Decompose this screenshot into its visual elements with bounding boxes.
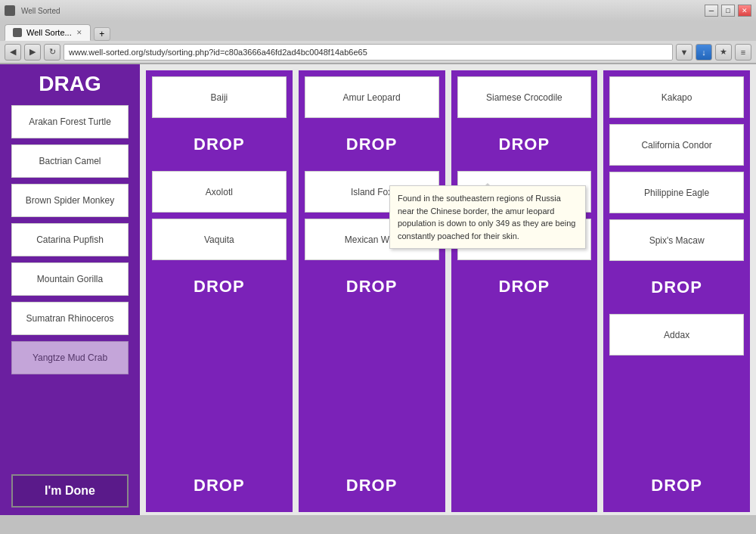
other-tab-1: Well Sorted <box>21 7 60 15</box>
tab-favicon <box>13 28 22 37</box>
address-bar: ◀ ▶ ↻ ▼ ↓ ★ ≡ <box>0 41 756 64</box>
columns-wrapper: Baiji DROP Axolotl Vaquita DROP DROP Amu… <box>140 64 756 515</box>
forward-button[interactable]: ▶ <box>24 44 41 61</box>
drop-zone-col3-2[interactable]: DROP <box>457 266 592 307</box>
content-area: DRAG Arakan Forest Turtle Bactrian Camel… <box>0 64 756 515</box>
card-baiji[interactable]: Baiji <box>152 76 287 118</box>
maximize-button[interactable]: □ <box>721 5 735 17</box>
column-4: Kakapo California Condor Philippine Eagl… <box>603 70 750 512</box>
sidebar: DRAG Arakan Forest Turtle Bactrian Camel… <box>0 64 140 515</box>
column-1: Baiji DROP Axolotl Vaquita DROP DROP <box>146 70 293 512</box>
drag-item-mountain-gorilla[interactable]: Mountain Gorilla <box>11 262 129 296</box>
card-vaquita[interactable]: Vaquita <box>152 219 287 260</box>
card-philippine-eagle[interactable]: Philippine Eagle <box>609 172 744 213</box>
card-addax[interactable]: Addax <box>609 314 744 355</box>
drag-label: DRAG <box>39 72 101 96</box>
browser-chrome: Well Sorted ─ □ ✕ Well Sorte... ✕ + ◀ ▶ … <box>0 0 756 64</box>
tab-close-icon[interactable]: ✕ <box>76 29 82 36</box>
column-2: Amur Leopard DROP Island Fox Mexican Wol… <box>299 70 445 512</box>
drag-item-brown-spider[interactable]: Brown Spider Monkey <box>11 184 129 217</box>
drop-zone-col3-1[interactable]: DROP <box>457 124 592 165</box>
minimize-button[interactable]: ─ <box>705 5 718 17</box>
drop-zone-col1-2[interactable]: DROP <box>152 266 287 307</box>
bookmark-button[interactable]: ★ <box>715 44 732 61</box>
card-amur-leopard[interactable]: Amur Leopard <box>305 76 439 118</box>
drag-item-bactrian[interactable]: Bactrian Camel <box>11 144 129 178</box>
close-button[interactable]: ✕ <box>738 5 751 17</box>
browser-icon <box>5 5 15 16</box>
tab-bar: Well Sorte... ✕ + <box>0 21 756 41</box>
url-bar[interactable] <box>64 44 673 61</box>
card-kakapo[interactable]: Kakapo <box>609 76 744 118</box>
drag-item-sumatran[interactable]: Sumatran Rhinoceros <box>11 302 129 335</box>
drop-zone-col2-3[interactable]: DROP <box>305 465 439 506</box>
card-siamese-crocodile[interactable]: Siamese Crocodile <box>457 76 592 118</box>
amur-leopard-tooltip: Found in the southeastern regions of Rus… <box>389 185 586 249</box>
card-california-condor[interactable]: California Condor <box>609 124 744 166</box>
dropdown-button[interactable]: ▼ <box>676 44 692 61</box>
refresh-button[interactable]: ↻ <box>44 44 60 61</box>
download-button[interactable]: ↓ <box>696 44 712 61</box>
drag-item-arakan[interactable]: Arakan Forest Turtle <box>11 105 129 138</box>
drop-zone-col4-2[interactable]: DROP <box>609 465 744 506</box>
drag-item-catarina[interactable]: Catarina Pupfish <box>11 223 129 256</box>
column-3: Siamese Crocodile DROP Javan Rhinoceros … <box>451 70 598 512</box>
card-spixs-macaw[interactable]: Spix's Macaw <box>609 219 744 261</box>
menu-button[interactable]: ≡ <box>735 44 751 61</box>
drop-zone-col4-1[interactable]: DROP <box>609 267 744 308</box>
drop-zone-col1-3[interactable]: DROP <box>152 465 287 506</box>
window-controls: ─ □ ✕ <box>705 5 751 17</box>
title-bar: Well Sorted ─ □ ✕ <box>0 0 756 21</box>
drop-zone-col2-1[interactable]: DROP <box>305 124 439 165</box>
drop-zone-col2-2[interactable]: DROP <box>305 266 439 307</box>
tab-label: Well Sorte... <box>26 28 72 37</box>
drag-item-yangtze[interactable]: Yangtze Mud Crab <box>11 341 129 374</box>
new-tab-button[interactable]: + <box>94 27 110 41</box>
card-axolotl[interactable]: Axolotl <box>152 171 287 213</box>
drop-zone-col1-1[interactable]: DROP <box>152 124 287 165</box>
main-sorting-area: Baiji DROP Axolotl Vaquita DROP DROP Amu… <box>140 64 756 515</box>
active-tab[interactable]: Well Sorte... ✕ <box>5 24 91 41</box>
back-button[interactable]: ◀ <box>5 44 21 61</box>
done-button[interactable]: I'm Done <box>11 474 129 508</box>
